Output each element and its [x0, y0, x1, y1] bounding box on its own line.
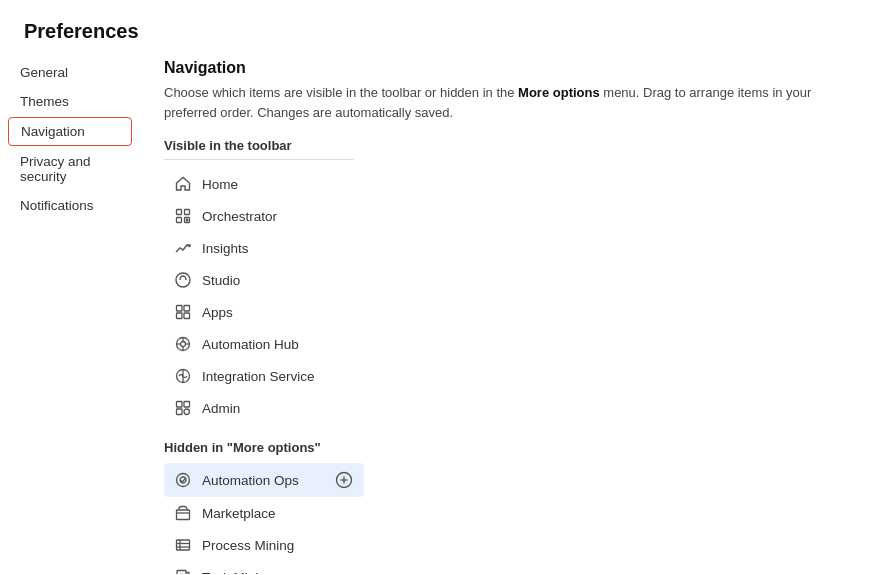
marketplace-icon — [174, 504, 192, 522]
nav-item-process-mining-label: Process Mining — [202, 538, 294, 553]
svg-rect-19 — [177, 409, 183, 415]
nav-item-admin-label: Admin — [202, 401, 240, 416]
sidebar-item-general[interactable]: General — [8, 59, 132, 86]
navigation-description: Choose which items are visible in the to… — [164, 83, 851, 122]
nav-item-apps[interactable]: Apps — [164, 296, 364, 328]
svg-point-20 — [184, 409, 190, 415]
sidebar-item-privacy[interactable]: Privacy and security — [8, 148, 132, 190]
add-to-toolbar-button[interactable] — [334, 470, 354, 490]
nav-item-home[interactable]: Home — [164, 168, 364, 200]
svg-rect-7 — [177, 313, 183, 319]
nav-item-automation-hub-label: Automation Hub — [202, 337, 299, 352]
automation-hub-icon — [174, 335, 192, 353]
svg-rect-1 — [185, 210, 190, 215]
nav-item-orchestrator[interactable]: Orchestrator — [164, 200, 364, 232]
svg-rect-17 — [177, 402, 183, 408]
svg-point-10 — [181, 342, 186, 347]
svg-rect-0 — [177, 210, 182, 215]
nav-item-studio[interactable]: Studio — [164, 264, 364, 296]
svg-rect-28 — [177, 540, 190, 550]
page-title: Preferences — [0, 0, 875, 59]
svg-point-4 — [186, 219, 189, 222]
svg-rect-6 — [184, 306, 190, 312]
nav-item-orchestrator-label: Orchestrator — [202, 209, 277, 224]
sidebar-item-notifications[interactable]: Notifications — [8, 192, 132, 219]
task-mining-icon — [174, 568, 192, 574]
nav-item-task-mining-label: Task Mining — [202, 570, 273, 575]
studio-icon — [174, 271, 192, 289]
nav-item-marketplace[interactable]: Marketplace — [164, 497, 364, 529]
nav-item-integration-service[interactable]: Integration Service — [164, 360, 364, 392]
svg-rect-26 — [177, 510, 190, 520]
nav-item-automation-ops[interactable]: Automation Ops — [164, 463, 364, 497]
nav-item-insights[interactable]: Insights — [164, 232, 364, 264]
content-area: Navigation Choose which items are visibl… — [140, 59, 875, 574]
svg-rect-32 — [177, 571, 186, 575]
svg-rect-18 — [184, 402, 190, 408]
nav-item-task-mining[interactable]: Task Mining — [164, 561, 364, 574]
sidebar: General Themes Navigation Privacy and se… — [0, 59, 140, 574]
automation-ops-icon — [174, 471, 192, 489]
insights-icon — [174, 239, 192, 257]
process-mining-icon — [174, 536, 192, 554]
toolbar-label: Visible in the toolbar — [164, 138, 354, 160]
nav-item-automation-hub[interactable]: Automation Hub — [164, 328, 364, 360]
nav-item-studio-label: Studio — [202, 273, 240, 288]
svg-point-21 — [177, 474, 190, 487]
home-icon — [174, 175, 192, 193]
navigation-section-title: Navigation — [164, 59, 851, 77]
svg-rect-5 — [177, 306, 183, 312]
hidden-options-label: Hidden in "More options" — [164, 440, 851, 455]
apps-icon — [174, 303, 192, 321]
nav-item-home-label: Home — [202, 177, 238, 192]
nav-item-insights-label: Insights — [202, 241, 249, 256]
nav-item-admin[interactable]: Admin — [164, 392, 364, 424]
integration-service-icon — [174, 367, 192, 385]
nav-item-apps-label: Apps — [202, 305, 233, 320]
orchestrator-icon — [174, 207, 192, 225]
sidebar-item-themes[interactable]: Themes — [8, 88, 132, 115]
svg-rect-2 — [177, 218, 182, 223]
nav-item-process-mining[interactable]: Process Mining — [164, 529, 364, 561]
nav-item-automation-ops-label: Automation Ops — [202, 473, 299, 488]
svg-rect-8 — [184, 313, 190, 319]
nav-item-integration-service-label: Integration Service — [202, 369, 315, 384]
nav-item-marketplace-label: Marketplace — [202, 506, 276, 521]
admin-icon — [174, 399, 192, 417]
sidebar-item-navigation[interactable]: Navigation — [8, 117, 132, 146]
